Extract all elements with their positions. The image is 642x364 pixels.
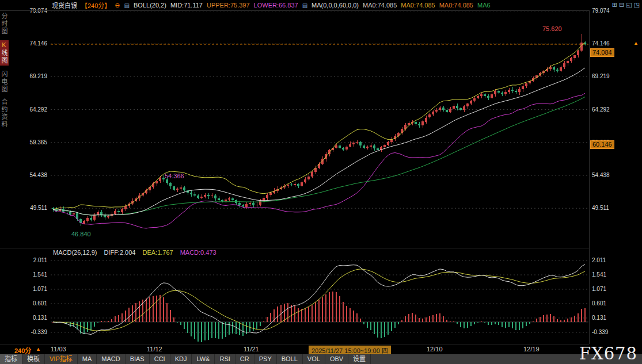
- candle: [114, 211, 116, 214]
- boll-upper-value: UPPER:75.397: [207, 2, 250, 9]
- candle: [466, 104, 469, 106]
- candle: [238, 203, 241, 205]
- candle: [463, 106, 465, 109]
- macd-histogram-bar: [446, 320, 447, 322]
- candle: [573, 55, 576, 58]
- macd-histogram-bar: [377, 322, 378, 338]
- toolbar-tab-rsi[interactable]: RSI: [215, 354, 235, 364]
- toolbar-tab-cci[interactable]: CCI: [150, 354, 170, 364]
- macd-histogram-bar: [263, 321, 264, 322]
- date-tick: 11/21: [244, 346, 259, 352]
- macd-histogram-bar: [104, 321, 105, 322]
- candlestick-chart[interactable]: 75.62054.36646.840: [51, 11, 588, 248]
- candle: [352, 143, 355, 144]
- timeframe-label[interactable]: 240分: [14, 346, 31, 355]
- sidebar-item-kline-chart[interactable]: K线图: [0, 40, 9, 66]
- candle: [218, 198, 220, 201]
- macd-dea-value: DEA:1.767: [142, 249, 173, 258]
- macd-histogram-bar: [318, 300, 320, 322]
- macd-histogram-bar: [163, 297, 164, 322]
- toolbar-tab-ma[interactable]: MA: [78, 354, 97, 364]
- macd-histogram-bar: [336, 292, 337, 322]
- candle: [173, 186, 175, 190]
- price-up-arrow-icon[interactable]: ▲: [633, 40, 639, 46]
- period-label: 【240分】: [81, 1, 111, 10]
- macd-histogram-bar: [111, 319, 112, 322]
- candle: [221, 200, 223, 201]
- toolbar-tab-cr[interactable]: CR: [235, 354, 254, 364]
- macd-histogram-bar: [350, 308, 351, 322]
- candle: [577, 51, 579, 55]
- candle: [491, 94, 493, 98]
- candle: [307, 177, 310, 179]
- candle: [366, 147, 369, 148]
- macd-histogram-bar: [550, 314, 551, 322]
- macd-axis-label: 2.011: [592, 257, 606, 264]
- toolbar-tab-vol[interactable]: VOL: [303, 354, 325, 364]
- sidebar-item-timeline-chart[interactable]: 分时图: [0, 13, 9, 35]
- date-tick: 12/10: [427, 346, 443, 352]
- sidebar-item-contract-info[interactable]: 合约资料: [0, 98, 9, 128]
- macd-histogram-bar: [526, 322, 527, 326]
- candle: [197, 196, 199, 198]
- macd-histogram-bar: [491, 322, 492, 325]
- timeframe-up-arrow-icon[interactable]: ▲: [36, 346, 41, 352]
- sidebar-item-lightning-chart[interactable]: 闪电图: [0, 71, 9, 93]
- candle: [511, 90, 514, 91]
- candle: [252, 203, 254, 205]
- candle: [428, 114, 431, 117]
- toolbar-tab-lwr[interactable]: LW&: [192, 354, 215, 364]
- toolbar-tab-boll[interactable]: BOLL: [277, 354, 303, 364]
- macd-histogram-bar: [256, 322, 257, 329]
- boll-indicator-icon[interactable]: ▤: [124, 2, 130, 9]
- macd-histogram-bar: [529, 322, 530, 324]
- candle: [387, 142, 389, 145]
- candle: [480, 94, 483, 97]
- macd-histogram-bar: [519, 322, 520, 330]
- macd-histogram-bar: [97, 322, 98, 323]
- candle: [518, 89, 521, 92]
- collapse-indicator-icon[interactable]: ⊖: [115, 2, 120, 9]
- ma-indicator-icon[interactable]: ▤: [302, 2, 307, 9]
- candle: [117, 211, 120, 212]
- ma-value-4: MA6: [477, 2, 491, 9]
- macd-histogram-bar: [578, 313, 579, 322]
- toolbar-tab-settings[interactable]: 设置: [348, 354, 371, 364]
- header-separator: [0, 10, 589, 11]
- candle: [297, 184, 299, 186]
- price-axis-label: 54.438: [592, 172, 610, 179]
- macd-histogram-bar: [121, 313, 123, 322]
- macd-header: MACD(26,12,9) DIFF:2.004 DEA:1.767 MACD:…: [53, 249, 216, 258]
- toolbar-tab-bias[interactable]: BIAS: [126, 354, 150, 364]
- toolbar-tab-kdj[interactable]: KDJ: [170, 354, 192, 364]
- price-axis-label: 69.219: [592, 73, 610, 80]
- kline-k-prefix: K: [1, 41, 7, 49]
- candle: [449, 109, 451, 112]
- price-axis-label: 74.146: [29, 40, 47, 47]
- candle: [453, 106, 455, 109]
- macd-histogram-bar: [201, 322, 202, 342]
- candle: [356, 142, 358, 143]
- fx678-watermark: FX678: [579, 344, 637, 363]
- candle: [515, 91, 517, 92]
- macd-axis-label: 0.601: [33, 300, 47, 307]
- candle: [470, 101, 472, 104]
- ma-value-1: MA0:74.085: [363, 2, 397, 9]
- macd-histogram-bar: [115, 316, 116, 322]
- toolbar-tab-obv[interactable]: OBV: [325, 354, 348, 364]
- toolbar-tab-templates[interactable]: 模板: [22, 354, 45, 364]
- toolbar-tab-indicators[interactable]: 指标: [0, 354, 22, 364]
- price-annotation: 46.840: [71, 231, 91, 237]
- macd-histogram-bar: [508, 322, 510, 327]
- candle: [294, 184, 296, 185]
- macd-histogram-bar: [567, 319, 568, 322]
- candle: [477, 96, 479, 98]
- candle: [263, 198, 265, 201]
- chart-header: 现货白银 【240分】 ⊖ ▤ BOLL(20,2) MID:71.117 UP…: [0, 0, 642, 10]
- macd-histogram-bar: [284, 304, 285, 322]
- toolbar-tab-macd[interactable]: MACD: [97, 354, 125, 364]
- macd-chart[interactable]: [51, 259, 588, 344]
- toolbar-tab-psy[interactable]: PSY: [254, 354, 277, 364]
- macd-histogram-bar: [546, 315, 548, 322]
- toolbar-tab-vip-indicators[interactable]: VIP指标: [45, 354, 78, 364]
